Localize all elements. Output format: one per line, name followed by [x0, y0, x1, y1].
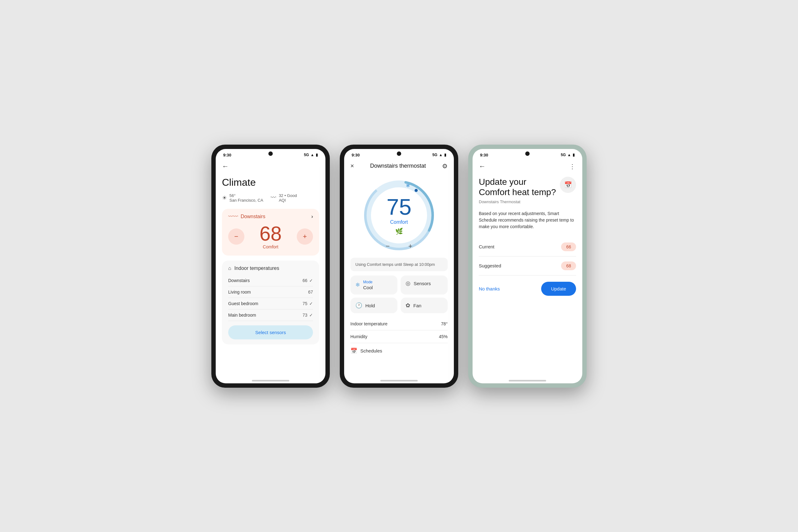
downstairs-text: Downstairs [241, 214, 265, 220]
temp-val-main: 73 [302, 312, 307, 318]
hold-value: Hold [365, 303, 375, 308]
temp-minus-button[interactable]: − [228, 228, 244, 245]
weather-temp: ☀ 56° San Francisco, CA [222, 193, 263, 203]
update-screen: ← ⋮ Update your Comfort heat temp? 📅 Dow… [473, 160, 582, 377]
no-thanks-button[interactable]: No thanks [479, 286, 500, 291]
time-2: 9:30 [352, 153, 360, 157]
temp-living: 67 [308, 289, 313, 294]
camera-dot-2 [397, 151, 401, 156]
dial-minus-button[interactable]: − [385, 242, 390, 250]
suggested-label: Suggested [479, 263, 501, 268]
calendar-icon-update: 📅 [564, 181, 572, 189]
svg-point-4 [415, 189, 418, 192]
chevron-right-icon[interactable]: › [311, 214, 313, 220]
aqi-value: 32 • Good [279, 193, 297, 198]
temp-main: 73 ✓ [302, 312, 313, 318]
comfort-bar: Using Comfort temps until Sleep at 10:00… [350, 258, 448, 271]
indoor-temp-value: 78° [441, 321, 448, 326]
temp-display: 68 Comfort [259, 224, 282, 249]
dial-controls: − + [385, 242, 413, 250]
indoor-row-downstairs: Downstairs 66 ✓ [228, 275, 313, 286]
current-option-row: Current 66 [479, 238, 576, 256]
downstairs-controls: − 68 Comfort + [228, 224, 313, 249]
indoor-temperatures-card: ⌂ Indoor temperatures Downstairs 66 ✓ Li… [222, 261, 319, 344]
battery-icon-2: ▮ [444, 153, 446, 157]
home-bar-1 [252, 380, 289, 381]
fan-tile[interactable]: ✿ Fan [401, 298, 448, 313]
aqi-label: AQI [279, 198, 297, 203]
snowflake-icon: ❄ [355, 281, 360, 288]
downstairs-label: 〰〰 Downstairs [228, 214, 265, 220]
climate-screen: ← Climate ☀ 56° San Francisco, CA 〰 32 •… [216, 160, 325, 377]
humidity-value: 45% [439, 334, 448, 339]
time-3: 9:30 [480, 153, 488, 157]
page-title-1: Climate [222, 177, 319, 188]
temp-guest: 75 ✓ [302, 301, 313, 306]
sun-icon: ☀ [222, 194, 227, 201]
downstairs-card: 〰〰 Downstairs › − 68 Comfort + [222, 209, 319, 255]
hold-tile[interactable]: 🕐 Hold [350, 298, 397, 313]
schedules-label: Schedules [360, 348, 382, 354]
phone-2: 9:30 5G ▲ ▮ × Downstairs thermostat ⚙ [340, 145, 458, 388]
home-bar-2 [380, 380, 418, 381]
thermo-title: Downstairs thermostat [370, 163, 426, 169]
select-sensors-button[interactable]: Select sensors [228, 325, 313, 339]
dial-plus-button[interactable]: + [408, 242, 413, 250]
fan-icon: ✿ [405, 302, 410, 309]
check-main: ✓ [309, 312, 313, 318]
room-name-guest: Guest bedroom [228, 301, 259, 306]
indoor-header: ⌂ Indoor temperatures [228, 266, 313, 271]
home-icon: ⌂ [228, 266, 231, 271]
update-button[interactable]: Update [541, 282, 576, 296]
temp-val-living: 67 [308, 289, 313, 294]
more-menu-button[interactable]: ⋮ [569, 163, 576, 170]
mode-label: Mode [363, 280, 373, 284]
check-downstairs: ✓ [309, 278, 313, 283]
back-button-1[interactable]: ← [222, 163, 229, 170]
update-actions: No thanks Update [479, 276, 576, 296]
temp-plus-button[interactable]: + [297, 228, 313, 245]
camera-dot-3 [525, 151, 530, 156]
mode-tile[interactable]: ❄ Mode Cool [350, 276, 397, 294]
settings-icon[interactable]: ⚙ [442, 163, 448, 170]
temp-val-downstairs: 66 [302, 278, 307, 283]
right-icons-3: 5G ▲ ▮ [561, 153, 575, 157]
indoor-row-guest: Guest bedroom 75 ✓ [228, 298, 313, 309]
right-icons-2: 5G ▲ ▮ [432, 153, 446, 157]
battery-icon: ▮ [316, 153, 318, 157]
humidity-label: Humidity [350, 334, 367, 339]
update-subtitle: Downstairs Thermostat [479, 200, 576, 204]
top-nav-1: ← [222, 160, 319, 175]
suggested-badge: 68 [561, 262, 576, 270]
network-2: 5G [432, 153, 437, 157]
back-button-3[interactable]: ← [479, 163, 486, 170]
room-name-living: Living room [228, 289, 251, 294]
weather-aqi: 〰 32 • Good AQI [270, 193, 297, 203]
dial-container: ✱ 75 Comfort 🌿 − + [350, 178, 448, 253]
temp-mode-label: Comfort [259, 244, 282, 249]
current-badge: 66 [561, 243, 576, 251]
indoor-row-main: Main bedroom 73 ✓ [228, 309, 313, 321]
temp-number: 68 [259, 224, 282, 244]
update-description: Based on your recent adjustments, Smart … [479, 210, 576, 230]
camera-dot [268, 151, 273, 156]
temp-downstairs: 66 ✓ [302, 278, 313, 283]
network-3: 5G [561, 153, 566, 157]
signal-icon-3: ▲ [567, 153, 571, 157]
calendar-icon-thermo: 📅 [350, 347, 357, 354]
room-name-main: Main bedroom [228, 312, 256, 318]
sensors-tile[interactable]: ◎ Sensors [401, 276, 448, 294]
controls-grid: ❄ Mode Cool ◎ Sensors [350, 276, 448, 313]
calendar-action-button[interactable]: 📅 [560, 177, 576, 193]
humidity-row: Humidity 45% [350, 330, 448, 343]
mode-value: Cool [363, 285, 373, 290]
thermostat-screen: × Downstairs thermostat ⚙ [344, 160, 454, 377]
dial-svg: ✱ [362, 178, 436, 253]
hold-row: 🕐 Hold [355, 302, 393, 309]
close-button[interactable]: × [350, 163, 354, 170]
sensors-value: Sensors [414, 281, 431, 286]
indoor-temp-label: Indoor temperature [350, 321, 387, 326]
schedules-row[interactable]: 📅 Schedules [350, 343, 448, 359]
signal-icon-2: ▲ [439, 153, 443, 157]
svg-text:✱: ✱ [406, 183, 410, 188]
